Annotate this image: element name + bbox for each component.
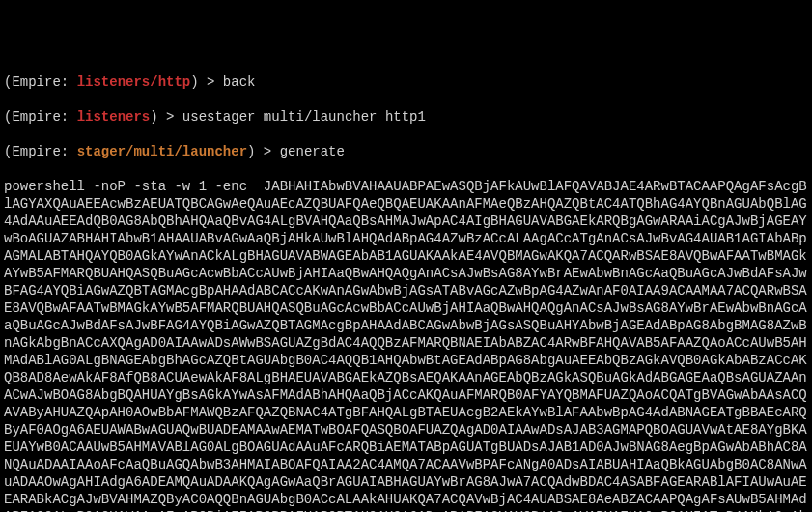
paren-close: ) > bbox=[190, 74, 223, 90]
paren-close: ) > bbox=[150, 109, 182, 125]
context-stager: stager/multi/launcher bbox=[77, 144, 247, 159]
command-back: back bbox=[223, 74, 256, 90]
powershell-output: powershell -noP -sta -w 1 -enc JABHAHIAb… bbox=[4, 178, 808, 512]
prompt-line-3: (Empire: stager/multi/launcher) > genera… bbox=[4, 143, 808, 160]
empire-label: Empire: bbox=[12, 74, 76, 90]
command-usestager: usestager multi/launcher http1 bbox=[182, 109, 426, 125]
prompt-line-2: (Empire: listeners) > usestager multi/la… bbox=[4, 108, 808, 126]
prompt-line-1: (Empire: listeners/http) > back bbox=[4, 73, 808, 91]
empire-label: Empire: bbox=[12, 109, 76, 125]
command-generate: generate bbox=[280, 144, 345, 159]
context-listeners: listeners bbox=[77, 109, 151, 125]
paren-close: ) > bbox=[247, 144, 280, 159]
empire-label: Empire: bbox=[12, 144, 76, 159]
context-listeners-http: listeners/http bbox=[77, 74, 191, 90]
